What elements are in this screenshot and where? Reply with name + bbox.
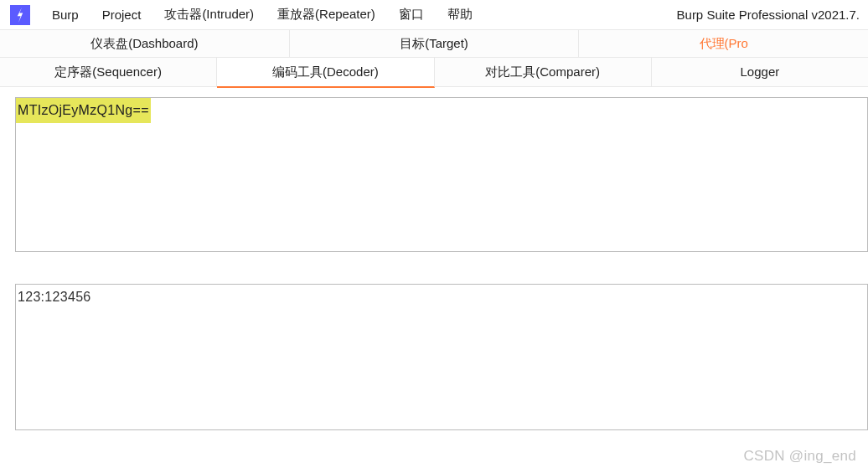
tab-comparer[interactable]: 对比工具(Comparer) (435, 58, 652, 87)
decoder-input-text[interactable]: MTIzOjEyMzQ1Ng== (16, 98, 151, 123)
decoder-input-panel[interactable]: MTIzOjEyMzQ1Ng== (15, 97, 868, 252)
decoder-content: MTIzOjEyMzQ1Ng== 123:123456 (0, 87, 868, 430)
tab-target[interactable]: 目标(Target) (290, 30, 580, 58)
tab-logger[interactable]: Logger (652, 58, 868, 87)
decoder-output-text: 123:123456 (16, 285, 93, 310)
menu-project[interactable]: Project (90, 3, 153, 27)
decoder-output-panel[interactable]: 123:123456 (15, 284, 868, 430)
menu-intruder[interactable]: 攻击器(Intruder) (152, 2, 266, 28)
secondary-tabs: 定序器(Sequencer) 编码工具(Decoder) 对比工具(Compar… (0, 58, 868, 87)
primary-tabs: 仪表盘(Dashboard) 目标(Target) 代理(Pro (0, 30, 868, 58)
app-logo-icon (10, 5, 30, 25)
watermark: CSDN @ing_end (743, 448, 856, 465)
menu-help[interactable]: 帮助 (436, 2, 484, 28)
menubar: Burp Project 攻击器(Intruder) 重放器(Repeater)… (0, 0, 868, 30)
menu-burp[interactable]: Burp (40, 3, 90, 27)
tab-dashboard[interactable]: 仪表盘(Dashboard) (0, 30, 290, 58)
menu-repeater[interactable]: 重放器(Repeater) (266, 2, 387, 28)
menu-window[interactable]: 窗口 (387, 2, 436, 28)
app-title: Burp Suite Professional v2021.7. (677, 8, 861, 22)
tab-sequencer[interactable]: 定序器(Sequencer) (0, 58, 217, 87)
tab-proxy[interactable]: 代理(Pro (579, 30, 868, 58)
tab-decoder[interactable]: 编码工具(Decoder) (217, 58, 434, 88)
